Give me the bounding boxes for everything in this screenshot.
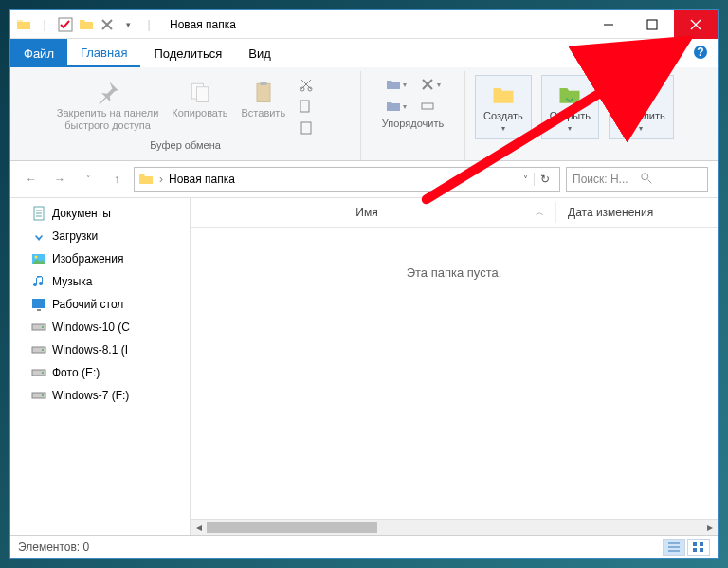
svg-point-26 [42, 349, 44, 351]
item-count: Элементов: 0 [18, 541, 89, 554]
nav-item-downloads[interactable]: Загрузки [10, 225, 190, 247]
delete-button[interactable]: ▾ [418, 75, 443, 94]
details-view-button[interactable] [663, 539, 685, 556]
nav-item-pictures[interactable]: Изображения [10, 247, 190, 270]
svg-rect-34 [700, 548, 703, 552]
scroll-thumb[interactable] [207, 522, 377, 533]
svg-point-28 [42, 372, 44, 374]
svg-rect-33 [693, 548, 697, 552]
svg-rect-31 [693, 542, 697, 546]
sort-asc-icon: ︿ [536, 207, 544, 219]
tab-file[interactable]: Файл [10, 39, 67, 67]
search-icon [640, 172, 701, 188]
copy-path-button[interactable] [297, 97, 316, 116]
svg-point-17 [642, 173, 648, 179]
move-group: ▾ ▾ [384, 75, 409, 116]
svg-point-24 [42, 326, 44, 328]
checkbox-icon[interactable] [58, 17, 73, 32]
qat-separator: | [37, 17, 52, 32]
scroll-right-icon[interactable]: ▸ [701, 520, 718, 535]
file-list[interactable]: Эта папка пуста. [191, 228, 718, 519]
svg-rect-13 [633, 86, 640, 93]
address-row: ← → ˅ ↑ › Новая папка ˅ ↻ Поиск: Н... [10, 161, 718, 197]
address-dropdown-icon[interactable]: ˅ [523, 174, 528, 185]
svg-rect-32 [700, 542, 703, 546]
select-button[interactable]: Выделить ▾ [609, 75, 674, 139]
quick-access-toolbar: | ▾ | [10, 17, 156, 32]
open-button[interactable]: Открыть ▾ [541, 75, 599, 139]
new-folder-button[interactable]: Создать ▾ [475, 75, 532, 139]
file-explorer-window: | ▾ | Новая папка [9, 9, 719, 559]
svg-rect-15 [633, 97, 640, 103]
ribbon: Закрепить на панели быстрого доступа Коп… [10, 67, 718, 161]
copy-to-button[interactable]: ▾ [384, 97, 409, 116]
svg-rect-14 [643, 86, 649, 93]
nav-forward-button[interactable]: → [48, 168, 71, 191]
svg-point-30 [42, 394, 44, 396]
cut-button[interactable] [297, 75, 316, 94]
svg-text:?: ? [697, 46, 703, 59]
delete-group: ▾ [418, 75, 443, 116]
qat-dropdown-icon[interactable]: ▾ [120, 17, 136, 32]
svg-rect-1 [647, 20, 657, 29]
nav-recent-dropdown[interactable]: ˅ [77, 168, 100, 191]
tab-share[interactable]: Поделиться [140, 39, 235, 67]
search-placeholder: Поиск: Н... [573, 173, 634, 186]
folder-small-icon[interactable] [79, 17, 94, 32]
nav-item-drive-d[interactable]: Windows-8.1 (I [10, 339, 190, 361]
pin-button[interactable]: Закрепить на панели быстрого доступа [55, 75, 160, 136]
close-gray-icon[interactable] [100, 17, 115, 32]
svg-point-20 [35, 256, 38, 259]
empty-folder-message: Эта папка пуста. [191, 228, 718, 318]
move-to-button[interactable]: ▾ [384, 75, 409, 94]
svg-rect-5 [196, 87, 208, 102]
svg-rect-7 [260, 82, 266, 86]
paste-shortcut-button[interactable] [297, 119, 316, 137]
column-date[interactable]: Дата изменения [556, 202, 718, 223]
clipboard-group-label: Буфер обмена [150, 137, 221, 155]
qat-separator: | [141, 17, 156, 32]
collapse-ribbon-icon[interactable]: ︿ [673, 46, 683, 61]
tab-home[interactable]: Главная [67, 39, 140, 67]
horizontal-scrollbar[interactable]: ◂ ▸ [191, 519, 718, 535]
breadcrumb-item[interactable]: Новая папка [169, 173, 235, 186]
nav-item-drive-c[interactable]: Windows-10 (C [10, 316, 190, 339]
nav-item-drive-e[interactable]: Фото (E:) [10, 361, 190, 384]
nav-up-button[interactable]: ↑ [105, 168, 128, 191]
file-list-pane: Имя ︿ Дата изменения Эта папка пуста. ◂ … [191, 198, 718, 535]
rename-button[interactable] [418, 97, 443, 116]
navigation-pane[interactable]: Документы Загрузки Изображения Музыка Ра… [10, 198, 191, 535]
svg-rect-12 [422, 103, 433, 109]
refresh-icon[interactable]: ↻ [534, 173, 555, 186]
nav-back-button[interactable]: ← [20, 168, 43, 191]
folder-icon [138, 172, 154, 187]
minimize-button[interactable] [587, 10, 630, 39]
window-title: Новая папка [170, 18, 236, 31]
column-name[interactable]: Имя ︿ [191, 202, 556, 223]
folder-icon [16, 17, 31, 32]
window-controls [587, 10, 718, 39]
organize-group-label: Упорядочить [382, 116, 444, 133]
close-button[interactable] [674, 10, 718, 39]
clipboard-extras [297, 75, 316, 137]
paste-button[interactable]: Вставить [240, 75, 288, 123]
search-box[interactable]: Поиск: Н... [566, 167, 708, 192]
content-area: Документы Загрузки Изображения Музыка Ра… [10, 197, 718, 535]
scroll-left-icon[interactable]: ◂ [191, 520, 207, 535]
tab-view[interactable]: Вид [235, 39, 284, 67]
help-icon[interactable]: ? [693, 45, 708, 63]
nav-item-drive-f[interactable]: Windows-7 (F:) [10, 384, 190, 407]
address-bar[interactable]: › Новая папка ˅ ↻ [134, 167, 560, 192]
nav-item-documents[interactable]: Документы [10, 202, 190, 225]
copy-button[interactable]: Копировать [170, 75, 229, 123]
svg-rect-11 [301, 122, 311, 134]
nav-item-music[interactable]: Музыка [10, 270, 190, 293]
maximize-button[interactable] [630, 10, 674, 39]
status-bar: Элементов: 0 [10, 535, 718, 558]
ribbon-tabs: Файл Главная Поделиться Вид ︿ ? [10, 39, 718, 67]
svg-rect-6 [257, 83, 270, 101]
svg-rect-22 [37, 309, 41, 311]
icons-view-button[interactable] [687, 539, 710, 556]
nav-item-desktop[interactable]: Рабочий стол [10, 293, 190, 316]
column-headers: Имя ︿ Дата изменения [191, 198, 718, 228]
